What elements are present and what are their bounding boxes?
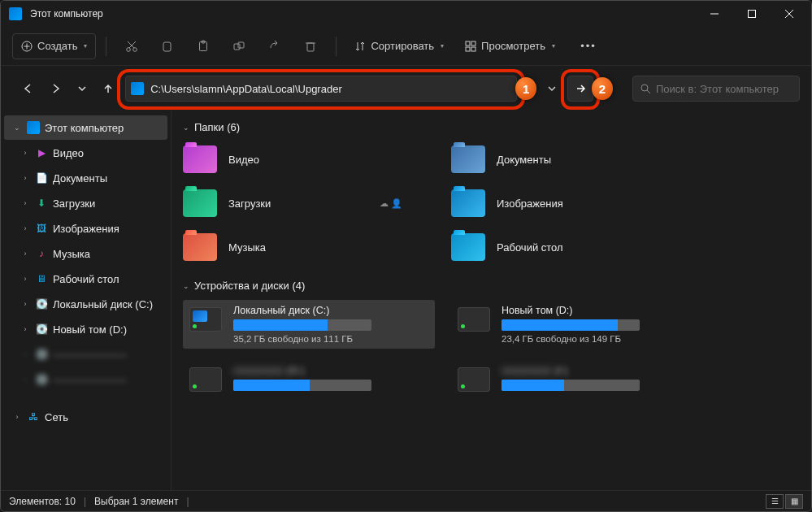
pc-icon — [27, 121, 40, 134]
titlebar: Этот компьютер — [1, 1, 811, 27]
svg-line-10 — [128, 41, 134, 48]
share-button[interactable] — [259, 33, 290, 59]
search-input[interactable] — [656, 83, 792, 95]
sidebar-item[interactable]: › 📄 Документы — [12, 166, 167, 190]
svg-rect-11 — [163, 42, 171, 51]
folder-tile[interactable]: Изображения — [451, 185, 703, 221]
status-selection: Выбран 1 элемент — [94, 496, 178, 507]
folder-tile[interactable]: Загрузки☁ 👤 — [183, 185, 435, 221]
address-bar[interactable] — [125, 76, 517, 102]
new-label: Создать — [37, 40, 77, 52]
svg-line-23 — [647, 90, 650, 93]
cut-button[interactable] — [116, 33, 147, 59]
chevron-down-icon: ⌄ — [183, 282, 189, 290]
share-icon — [268, 40, 281, 53]
drive-capacity-bar — [233, 319, 371, 331]
recent-button[interactable] — [73, 76, 91, 102]
drive-tile[interactable]: Новый том (D:) 23,4 ГБ свободно из 149 Г… — [451, 300, 703, 349]
folder-tile[interactable]: Рабочий стол — [451, 229, 703, 265]
minimize-button[interactable] — [696, 1, 733, 27]
delete-button[interactable] — [295, 33, 326, 59]
folder-icon: 🖼 — [35, 222, 48, 235]
drive-name: Локальный диск (C:) — [233, 305, 428, 316]
rename-icon — [232, 40, 245, 53]
drive-icon — [458, 307, 490, 332]
folder-label: Изображения — [497, 197, 563, 210]
folder-icon — [451, 189, 485, 217]
sidebar-item-label: Музыка — [53, 248, 90, 260]
folder-tile[interactable]: Документы — [451, 141, 703, 177]
sidebar-item-label: Загрузки — [53, 197, 95, 210]
more-button[interactable]: ••• — [573, 33, 604, 59]
sidebar-item[interactable]: › 🖼 Изображения — [12, 216, 167, 241]
annotation-badge-1: 1 — [515, 77, 536, 100]
go-button[interactable] — [567, 76, 593, 102]
pc-icon — [131, 82, 144, 95]
chevron-down-icon: ▾ — [441, 42, 444, 50]
folder-icon — [183, 145, 217, 173]
separator — [336, 37, 337, 56]
sidebar-item-blurred[interactable]: ›💽——————— — [12, 367, 167, 392]
folder-icon: 📄 — [35, 171, 48, 184]
folder-icon: 🖥 — [35, 272, 48, 285]
folder-label: Видео — [228, 154, 259, 166]
folder-tile[interactable]: Видео — [183, 141, 435, 177]
sidebar-network-label: Сеть — [45, 411, 68, 423]
chevron-down-icon: ▾ — [552, 42, 555, 50]
svg-point-22 — [641, 85, 648, 91]
sort-button[interactable]: Сортировать ▾ — [346, 33, 452, 59]
back-button[interactable] — [15, 76, 40, 102]
svg-rect-16 — [307, 43, 314, 51]
paste-button[interactable] — [188, 33, 219, 59]
sidebar-network[interactable]: › 🖧 Сеть — [4, 405, 167, 429]
sync-status-icon: ☁ 👤 — [380, 198, 402, 209]
sidebar-item[interactable]: › ▶ Видео — [12, 141, 167, 165]
copy-icon — [161, 40, 174, 53]
sidebar-item[interactable]: › ♪ Музыка — [12, 241, 167, 266]
annotation-badge-2: 2 — [592, 77, 613, 100]
search-box[interactable] — [632, 76, 800, 102]
drive-tile[interactable]: xxxxxxxxxx (I:) — [451, 360, 703, 399]
group-header-drives[interactable]: ⌄ Устройства и диски (4) — [183, 280, 803, 292]
sidebar-item-label: Локальный диск (C:) — [53, 298, 153, 310]
new-button[interactable]: Создать ▾ — [12, 33, 96, 59]
group-drives-label: Устройства и диски (4) — [194, 280, 305, 292]
view-icon — [465, 41, 476, 52]
sidebar-item-label: Рабочий стол — [53, 273, 119, 285]
drive-tile[interactable]: Локальный диск (C:) 35,2 ГБ свободно из … — [183, 300, 435, 349]
status-bar: Элементов: 10 | Выбран 1 элемент | ☰ ▦ — [1, 490, 811, 511]
sidebar-item[interactable]: › 💽 Новый том (D:) — [12, 317, 167, 341]
drive-tile[interactable]: xxxxxxxxxx (G:) — [183, 360, 435, 399]
address-input[interactable] — [150, 83, 511, 95]
maximize-button[interactable] — [733, 1, 771, 27]
forward-button[interactable] — [45, 76, 69, 102]
paste-icon — [197, 40, 210, 53]
chevron-down-icon: ▾ — [84, 42, 87, 50]
chevron-down-icon: ⌄ — [183, 124, 189, 132]
sidebar-item-blurred[interactable]: ›💽——————— — [12, 342, 167, 367]
cut-icon — [125, 40, 138, 53]
plus-circle-icon — [21, 41, 33, 52]
folder-icon: ▶ — [35, 146, 48, 159]
svg-point-8 — [133, 47, 137, 51]
sidebar-item[interactable]: › 💽 Локальный диск (C:) — [12, 292, 167, 316]
sidebar-item[interactable]: › ⬇ Загрузки — [12, 191, 167, 215]
close-button[interactable] — [771, 1, 808, 27]
drive-capacity-bar — [502, 380, 640, 391]
group-header-folders[interactable]: ⌄ Папки (6) — [183, 121, 803, 133]
up-button[interactable] — [97, 76, 121, 102]
sidebar-item[interactable]: › 🖥 Рабочий стол — [12, 267, 167, 291]
copy-button[interactable] — [152, 33, 183, 59]
sidebar-root-this-pc[interactable]: ⌄ Этот компьютер — [4, 115, 167, 140]
sidebar-item-label: Новый том (D:) — [53, 323, 127, 336]
folder-tile[interactable]: Музыка — [183, 229, 435, 265]
sidebar-item-label: Документы — [53, 172, 107, 184]
rename-button[interactable] — [224, 33, 254, 59]
details-view-button[interactable]: ☰ — [766, 494, 784, 509]
address-history-button[interactable] — [541, 76, 562, 102]
folder-icon — [451, 145, 485, 173]
tiles-view-button[interactable]: ▦ — [785, 494, 803, 509]
chevron-right-icon: › — [20, 199, 30, 207]
view-label: Просмотреть — [481, 40, 545, 52]
view-button[interactable]: Просмотреть ▾ — [457, 33, 563, 59]
